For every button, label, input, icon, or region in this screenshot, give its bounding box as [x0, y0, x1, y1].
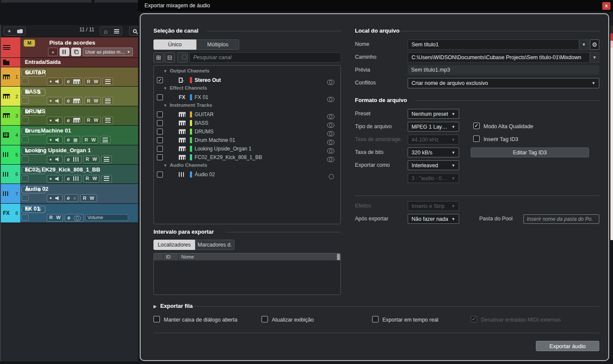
- io-track-row[interactable]: Entrada/Saída: [1, 58, 139, 67]
- read-button[interactable]: R: [83, 196, 86, 201]
- track-preset-button[interactable]: [15, 27, 25, 35]
- read-button[interactable]: R: [49, 215, 53, 220]
- channel-checkbox[interactable]: ✓: [157, 77, 163, 83]
- sampler-icon[interactable]: [73, 176, 79, 181]
- record-enable-checkbox[interactable]: [21, 195, 29, 201]
- track-row[interactable]: 6 M S FC02_EK29_Kick_808_1_BB ●eRW: [1, 165, 139, 184]
- path-input[interactable]: C:\Users\WIDSON\Documents\Cubase Project…: [408, 52, 590, 63]
- instrument-icon[interactable]: [73, 99, 80, 103]
- track-visibility-button[interactable]: [111, 27, 122, 35]
- channel-category-row[interactable]: ▼Output Channels: [154, 67, 340, 76]
- edit-channel-button[interactable]: e: [67, 98, 70, 103]
- read-button[interactable]: R: [87, 99, 90, 103]
- add-track-button[interactable]: +: [4, 27, 15, 35]
- after-export-combo[interactable]: Não fazer nada ▼: [408, 214, 459, 224]
- channel-row[interactable]: Drum Machine 01: [154, 136, 340, 144]
- channel-row[interactable]: BASS: [154, 119, 340, 127]
- record-enable-checkbox[interactable]: [21, 156, 29, 162]
- channel-row[interactable]: FX FX 01: [154, 93, 340, 102]
- read-button[interactable]: R: [86, 157, 89, 162]
- listen-button[interactable]: ○: [73, 196, 76, 201]
- edit-channel-button[interactable]: e: [67, 79, 70, 84]
- monitor-button[interactable]: [55, 79, 60, 84]
- channel-row[interactable]: Looking Upside_Organ 1: [154, 144, 340, 153]
- scrollbar[interactable]: [337, 254, 340, 260]
- track-color-cell[interactable]: 2: [1, 87, 21, 105]
- expand-all-button[interactable]: ⊞: [153, 52, 164, 63]
- channel-row[interactable]: ✓ Stereo Out: [154, 76, 340, 84]
- edit-id3-button[interactable]: Editar Tag ID3: [471, 147, 589, 157]
- track-row[interactable]: FX 8 M S FX 01 RWeVolume: [1, 204, 139, 223]
- window-tab[interactable]: [1, 0, 92, 3]
- channel-row[interactable]: Áudio 02: [154, 170, 340, 179]
- record-button[interactable]: ●: [48, 48, 58, 56]
- channel-checkbox[interactable]: [157, 154, 163, 160]
- write-button[interactable]: W: [94, 99, 98, 103]
- drum-machine-icon[interactable]: ▦: [73, 138, 78, 142]
- bit-rate-combo[interactable]: 320 kB/s ▼: [408, 147, 459, 157]
- path-dropdown-button[interactable]: ▼: [590, 52, 599, 63]
- write-button[interactable]: W: [94, 118, 98, 123]
- channel-search-input[interactable]: [189, 52, 341, 63]
- name-options-button[interactable]: ⚙: [590, 39, 599, 50]
- monitored-tracks-button[interactable]: [60, 48, 69, 56]
- visibility-agents-button[interactable]: ⌂: [100, 27, 111, 35]
- channel-row[interactable]: FC02_EK29_Kick_808_1_BB: [154, 153, 340, 162]
- write-button[interactable]: W: [93, 176, 97, 181]
- close-button[interactable]: x: [602, 2, 610, 10]
- track-row[interactable]: 2 M S BASS ●eRW: [1, 87, 139, 106]
- record-enable-checkbox[interactable]: [21, 117, 29, 123]
- name-input[interactable]: Sem título1: [408, 39, 579, 50]
- window-tab[interactable]: [94, 0, 138, 3]
- edit-channel-button[interactable]: e: [67, 137, 70, 142]
- collapse-triangle-icon[interactable]: ▼: [163, 86, 167, 90]
- insert-id3-checkbox[interactable]: [473, 135, 480, 142]
- volume-parameter-field[interactable]: Volume: [85, 214, 128, 221]
- lanes-button[interactable]: [105, 118, 111, 123]
- name-dropdown-button[interactable]: ▼: [579, 39, 589, 50]
- record-button[interactable]: ●: [49, 157, 52, 162]
- write-button[interactable]: W: [91, 138, 96, 142]
- record-button[interactable]: ●: [49, 196, 52, 200]
- record-button[interactable]: ●: [49, 99, 52, 103]
- lanes-button[interactable]: [105, 79, 111, 84]
- collapse-all-button[interactable]: ⊟: [165, 52, 175, 63]
- io-track-color-cell[interactable]: [1, 58, 21, 67]
- edit-channel-button[interactable]: e: [67, 118, 70, 123]
- write-button[interactable]: W: [93, 157, 97, 162]
- expand-arrow-icon[interactable]: ▶: [153, 304, 157, 309]
- monitor-button[interactable]: [55, 196, 60, 201]
- queue-checkbox[interactable]: [261, 316, 268, 322]
- tab-cycle-markers[interactable]: Marcadores d.: [195, 240, 234, 250]
- channel-row[interactable]: DRUMS: [154, 127, 340, 136]
- lanes-button[interactable]: [105, 99, 111, 103]
- record-enable-checkbox[interactable]: [21, 214, 29, 221]
- track-row[interactable]: 4 M S Drum Machine 01 ●e▦RW: [1, 126, 139, 145]
- tab-multiple[interactable]: Múltiplos: [196, 39, 239, 50]
- channel-checkbox[interactable]: [157, 171, 163, 177]
- lanes-button[interactable]: [104, 157, 109, 162]
- track-color-cell[interactable]: 6: [1, 165, 21, 184]
- link-channels-button[interactable]: [177, 52, 188, 63]
- high-quality-checkbox[interactable]: ✓: [473, 123, 480, 129]
- dialog-titlebar[interactable]: Exportar mixagem de áudio x: [138, 0, 613, 12]
- stereo-button[interactable]: [74, 216, 81, 220]
- resolve-voicings-button[interactable]: [71, 48, 81, 56]
- edit-channel-button[interactable]: e: [67, 215, 70, 220]
- instrument-icon[interactable]: [73, 118, 80, 123]
- record-enable-checkbox[interactable]: [21, 97, 29, 104]
- record-button[interactable]: ●: [49, 79, 52, 84]
- record-button[interactable]: ●: [49, 177, 52, 181]
- preset-combo[interactable]: Nenhum preset ▼: [408, 109, 459, 119]
- export-audio-button[interactable]: Exportar áudio: [536, 341, 599, 351]
- track-color-cell[interactable]: 4: [1, 126, 21, 144]
- instrument-icon[interactable]: [73, 79, 80, 84]
- channel-row[interactable]: GUITAR: [154, 110, 340, 119]
- channel-checkbox[interactable]: [157, 111, 163, 117]
- channel-checkbox[interactable]: [157, 129, 163, 135]
- write-button[interactable]: W: [56, 215, 60, 220]
- write-button[interactable]: W: [90, 196, 94, 201]
- record-enable-checkbox[interactable]: [21, 136, 29, 143]
- monitor-button[interactable]: [55, 176, 60, 181]
- collapse-triangle-icon[interactable]: ▼: [163, 103, 167, 108]
